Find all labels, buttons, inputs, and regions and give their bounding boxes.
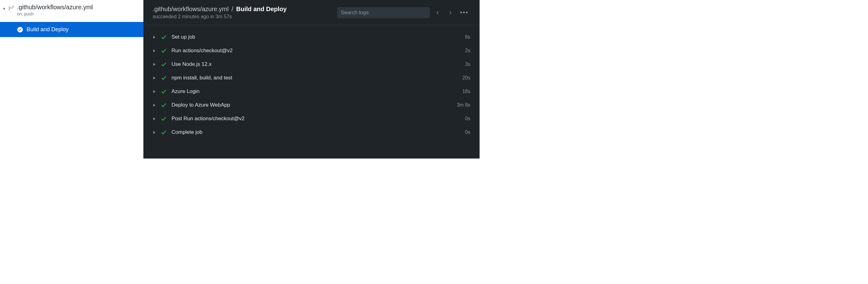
breadcrumb: .github/workflows/azure.yml / Build and …: [153, 6, 287, 13]
triangle-right-icon: [153, 90, 156, 93]
chevron-left-icon: [435, 10, 440, 15]
check-icon: [161, 116, 166, 121]
step-expand-toggle[interactable]: [153, 117, 156, 121]
step-status-icon: [161, 34, 166, 40]
check-circle-icon: [17, 27, 23, 32]
more-options-button[interactable]: •••: [458, 7, 470, 18]
step-row[interactable]: Run actions/checkout@v22s: [153, 44, 470, 58]
step-name: Post Run actions/checkout@v2: [172, 116, 465, 122]
step-name: Set up job: [172, 34, 465, 40]
triangle-right-icon: [153, 76, 156, 80]
step-duration: 2s: [465, 48, 470, 54]
main-panel: .github/workflows/azure.yml / Build and …: [144, 0, 479, 159]
triangle-right-icon: [153, 131, 156, 134]
breadcrumb-path: .github/workflows/azure.yml: [153, 6, 229, 12]
step-duration: 0s: [465, 129, 470, 135]
step-expand-toggle[interactable]: [153, 90, 156, 93]
step-status-icon: [161, 89, 166, 94]
collapse-toggle-icon[interactable]: ▼: [2, 7, 6, 10]
step-row[interactable]: npm install, build, and test20s: [153, 71, 470, 85]
workflow-icon: [8, 6, 14, 12]
step-name: Complete job: [172, 129, 465, 135]
step-status-icon: [161, 75, 166, 81]
step-row[interactable]: Azure Login18s: [153, 85, 470, 98]
status-state: succeeded: [153, 14, 177, 19]
check-icon: [161, 62, 166, 67]
search-logs-box[interactable]: [337, 7, 430, 18]
sidebar: ▼ .github/workflows/azure.yml on: push B…: [0, 0, 144, 159]
breadcrumb-job: Build and Deploy: [236, 6, 286, 12]
steps-list: Set up job6sRun actions/checkout@v22sUse…: [144, 25, 479, 159]
header-left: .github/workflows/azure.yml / Build and …: [153, 6, 287, 20]
step-status-icon: [161, 129, 166, 135]
step-expand-toggle[interactable]: [153, 103, 156, 107]
step-duration: 18s: [462, 89, 470, 94]
prev-button[interactable]: [434, 8, 442, 17]
chevron-right-icon: [448, 10, 453, 15]
search-logs-input[interactable]: [341, 9, 426, 16]
step-expand-toggle[interactable]: [153, 76, 156, 80]
step-duration: 3m 8s: [457, 102, 470, 108]
step-row[interactable]: Post Run actions/checkout@v20s: [153, 112, 470, 125]
step-row[interactable]: Deploy to Azure WebApp3m 8s: [153, 98, 470, 112]
kebab-icon: •••: [460, 9, 468, 16]
triangle-right-icon: [153, 117, 156, 121]
sidebar-header-text: .github/workflows/azure.yml on: push: [17, 4, 93, 17]
step-duration: 6s: [465, 34, 470, 40]
step-row[interactable]: Set up job6s: [153, 30, 470, 44]
triangle-right-icon: [153, 35, 156, 39]
step-duration: 3s: [465, 62, 470, 67]
check-icon: [161, 75, 166, 81]
sidebar-header: ▼ .github/workflows/azure.yml on: push: [0, 0, 144, 20]
step-name: Run actions/checkout@v2: [172, 48, 465, 54]
check-icon: [161, 89, 166, 94]
step-status-icon: [161, 62, 166, 67]
step-expand-toggle[interactable]: [153, 49, 156, 53]
status-in: in: [211, 14, 214, 19]
step-name: Azure Login: [172, 88, 462, 95]
step-name: npm install, build, and test: [172, 75, 462, 81]
main-header: .github/workflows/azure.yml / Build and …: [144, 0, 479, 25]
step-row[interactable]: Complete job0s: [153, 125, 470, 139]
step-status-icon: [161, 48, 166, 54]
step-expand-toggle[interactable]: [153, 63, 156, 66]
step-name: Deploy to Azure WebApp: [172, 102, 457, 108]
check-icon: [161, 102, 166, 108]
triangle-right-icon: [153, 103, 156, 107]
step-row[interactable]: Use Node.js 12.x3s: [153, 58, 470, 71]
step-expand-toggle[interactable]: [153, 131, 156, 134]
breadcrumb-separator: /: [231, 6, 233, 12]
triangle-right-icon: [153, 49, 156, 53]
triangle-right-icon: [153, 63, 156, 66]
status-row: succeeded 2 minutes ago in 3m 57s: [153, 14, 287, 20]
step-status-icon: [161, 102, 166, 108]
check-icon: [161, 48, 166, 54]
status-time: 2 minutes ago: [178, 14, 209, 19]
workflow-path: .github/workflows/azure.yml: [17, 4, 93, 11]
sidebar-job-build-and-deploy[interactable]: Build and Deploy: [0, 22, 144, 37]
step-status-icon: [161, 116, 166, 121]
header-right: •••: [337, 7, 470, 18]
step-expand-toggle[interactable]: [153, 35, 156, 39]
check-icon: [161, 129, 166, 135]
step-duration: 20s: [462, 75, 470, 81]
workflow-trigger: on: push: [17, 11, 93, 17]
step-name: Use Node.js 12.x: [172, 61, 465, 67]
check-icon: [161, 34, 166, 40]
next-button[interactable]: [446, 8, 455, 17]
status-duration: 3m 57s: [216, 14, 232, 19]
sidebar-job-label: Build and Deploy: [27, 26, 69, 33]
step-duration: 0s: [465, 116, 470, 121]
